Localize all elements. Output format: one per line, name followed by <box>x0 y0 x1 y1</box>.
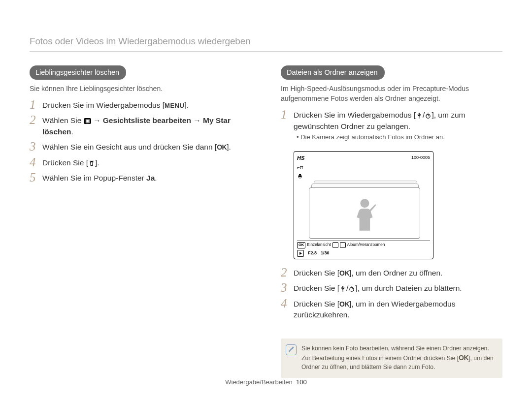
step-number: 4 <box>30 156 42 168</box>
ok-mini-icon: OK <box>297 242 305 248</box>
sub-bullet: • Die Kamera zeigt automatisch Fotos im … <box>294 133 502 142</box>
steps-list-continued: 2 Drücken Sie [OK], um den Ordner zu öff… <box>281 266 502 324</box>
play-icon <box>297 250 304 257</box>
folder-bottom-bar: F2.8 1/30 <box>297 248 430 257</box>
folder-left-icons: HS ⌐π <box>297 154 304 182</box>
timer-icon <box>348 285 355 292</box>
ok-key-icon: OK <box>217 142 227 152</box>
shutter-value: 1/30 <box>321 250 330 256</box>
lock-icon: ⌐π <box>297 164 304 172</box>
ok-key-icon: OK <box>459 353 468 363</box>
folder-id: 100-0005 <box>411 154 430 161</box>
step-number: 2 <box>281 266 294 278</box>
step-text: Drücken Sie im Wiedergabemodus [ / ], um… <box>294 110 502 142</box>
trash-icon <box>88 160 95 167</box>
zoom-key-icon <box>332 242 338 248</box>
note-icon <box>286 344 297 355</box>
print-icon <box>297 173 304 182</box>
bar-single-view: Einzelansicht <box>307 242 331 248</box>
bar-zoom: Album/Heranzoomen <box>347 242 385 248</box>
step-text: Wählen Sie ein Gesicht aus und drücken S… <box>42 142 251 153</box>
intro-text: Sie können Ihre Lieblingsgesichter lösch… <box>30 84 251 93</box>
menu-key-icon: MENU <box>165 101 184 111</box>
manual-page: Fotos oder Videos im Wiedergabemodus wie… <box>0 0 532 401</box>
step-number: 5 <box>30 171 42 184</box>
step-text: Drücken Sie [OK], um in den Wiedergabemo… <box>294 299 502 321</box>
two-column-layout: Lieblingsgesichter löschen Sie können Ih… <box>30 65 502 378</box>
section-title: Fotos oder Videos im Wiedergabemodus wie… <box>30 34 502 48</box>
left-column: Lieblingsgesichter löschen Sie können Ih… <box>30 65 251 378</box>
step-number: 1 <box>30 98 42 111</box>
page-number: 100 <box>296 378 307 386</box>
step-text: Wählen Sie ▣ → Gesichtsliste bearbeiten … <box>42 115 251 137</box>
aperture-value: F2.8 <box>308 250 317 256</box>
section-rule <box>30 51 502 52</box>
note-text: Sie können kein Foto bearbeiten, während… <box>301 345 494 370</box>
step-text: Wählen Sie im Popup-Fenster Ja. <box>42 173 251 184</box>
folder-status-bar: OK Einzelansicht Album/Heranzoomen <box>297 241 430 248</box>
zoom-key-icon <box>340 242 346 248</box>
step-number: 3 <box>30 140 42 153</box>
step-number: 3 <box>281 281 294 294</box>
subheading-pill-delete-faces: Lieblingsgesichter löschen <box>30 65 126 80</box>
intro-text: Im High-Speed-Auslösungsmodus oder im Pr… <box>281 84 502 104</box>
step-text: Drücken Sie im Wiedergabemodus [MENU]. <box>42 100 251 111</box>
step-text: Drücken Sie [ / ], um durch Dateien zu b… <box>294 283 502 294</box>
folder-stack <box>309 181 420 239</box>
footer-label: Wiedergabe/Bearbeiten <box>225 378 293 386</box>
playback-menu-icon: ▣ <box>84 118 91 124</box>
folder-illustration: HS ⌐π 100-0005 <box>294 151 433 259</box>
hs-badge-icon: HS <box>297 154 304 162</box>
ok-key-icon: OK <box>339 268 349 278</box>
subheading-pill-folder-view: Dateien als Ordner anzeigen <box>281 65 385 80</box>
timer-icon <box>425 112 432 119</box>
step-number: 1 <box>281 108 294 121</box>
note-box: Sie können kein Foto bearbeiten, während… <box>281 339 502 378</box>
svg-rect-3 <box>299 177 301 179</box>
page-footer: Wiedergabe/Bearbeiten 100 <box>0 378 532 387</box>
step-number: 4 <box>281 297 294 309</box>
macro-icon <box>416 112 423 119</box>
ok-key-icon: OK <box>339 299 349 309</box>
step-text: Drücken Sie [OK], um den Ordner zu öffne… <box>294 268 502 278</box>
steps-list: 1 Drücken Sie im Wiedergabemodus [ / ], … <box>281 108 502 145</box>
step-text: Drücken Sie [ ]. <box>42 157 251 168</box>
macro-icon <box>339 285 346 292</box>
step-number: 2 <box>30 114 42 126</box>
svg-rect-2 <box>299 174 301 176</box>
person-silhouette-icon <box>326 191 403 235</box>
right-column: Dateien als Ordner anzeigen Im High-Spee… <box>281 65 502 378</box>
steps-list: 1 Drücken Sie im Wiedergabemodus [MENU].… <box>30 98 251 187</box>
